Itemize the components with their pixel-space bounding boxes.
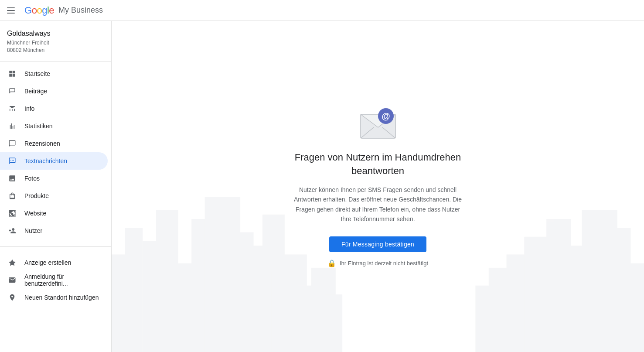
bottom-nav-list: Anzeige erstellen Anmeldung für benutzer… (0, 250, 111, 352)
sidebar-item-produkte-label: Produkte (24, 192, 49, 199)
menu-button[interactable] (7, 5, 17, 16)
svg-rect-24 (489, 268, 513, 352)
sidebar-item-info[interactable]: Info (0, 100, 108, 117)
sidebar-item-rezensionen[interactable]: Rezensionen (0, 135, 108, 152)
business-name: Goldasalways (7, 30, 104, 38)
svg-rect-8 (112, 254, 138, 352)
sidebar-item-startseite[interactable]: Startseite (0, 65, 108, 82)
sidebar-item-nutzer[interactable]: Nutzer (0, 222, 108, 239)
svg-rect-27 (546, 219, 571, 352)
svg-rect-25 (507, 254, 533, 352)
main-title: Fragen von Nutzern im Handumdrehen beant… (291, 151, 465, 178)
sidebar-divider (0, 246, 111, 247)
nav-list: Startseite Beiträge Info S (0, 62, 111, 243)
svg-rect-20 (298, 285, 318, 352)
business-info: Goldasalways Münchner Freiheit 80802 Mün… (0, 21, 111, 62)
sidebar-item-nutzer-label: Nutzer (24, 227, 42, 234)
comment-icon (7, 138, 17, 149)
sidebar-item-standort[interactable]: Neuen Standort hinzufügen (0, 289, 108, 306)
posts-icon (7, 86, 17, 96)
sidebar-item-fotos[interactable]: Fotos (0, 170, 108, 187)
sidebar-item-anmeldung[interactable]: Anmeldung für benutzerdefini... (0, 271, 108, 289)
app-layout: Goldasalways Münchner Freiheit 80802 Mün… (0, 21, 644, 352)
web-icon (7, 208, 17, 219)
envelope-icon: @ (358, 106, 398, 140)
svg-rect-12 (174, 263, 204, 352)
sidebar-item-anzeige-label: Anzeige erstellen (24, 259, 71, 266)
sidebar: Goldasalways Münchner Freiheit 80802 Mün… (0, 21, 112, 352)
svg-rect-11 (156, 210, 178, 352)
mail-icon (7, 275, 17, 285)
svg-text:@: @ (382, 111, 390, 121)
sidebar-item-info-label: Info (24, 105, 34, 112)
sidebar-item-website-label: Website (24, 210, 46, 217)
header: Google My Business (0, 0, 644, 21)
logo-letter-g: G (24, 5, 32, 16)
svg-rect-23 (475, 285, 495, 352)
pin-icon (7, 292, 17, 303)
svg-rect-13 (191, 219, 218, 352)
store-icon (7, 103, 17, 114)
business-address: Münchner Freiheit 80802 München (7, 39, 104, 54)
sidebar-item-fotos-label: Fotos (24, 175, 40, 182)
google-logo: Google (24, 5, 54, 16)
messaging-card: @ Fragen von Nutzern im Handumdrehen bea… (273, 88, 483, 284)
logo-letter-o1: o (32, 5, 37, 16)
status-text: Ihr Eintrag ist derzeit nicht bestätigt (340, 260, 428, 267)
sidebar-item-website[interactable]: Website (0, 205, 108, 222)
address-line1: Münchner Freiheit (7, 40, 49, 46)
sidebar-item-beitraege[interactable]: Beiträge (0, 82, 108, 100)
svg-rect-9 (125, 228, 143, 352)
person-add-icon (7, 226, 17, 236)
svg-rect-31 (622, 263, 644, 352)
sidebar-item-rezensionen-label: Rezensionen (24, 140, 60, 147)
grid-icon (7, 68, 17, 79)
svg-rect-15 (229, 232, 254, 352)
svg-rect-28 (564, 246, 593, 352)
email-icon-container: @ (358, 106, 398, 140)
bag-icon (7, 191, 17, 201)
bar-chart-icon (7, 121, 17, 131)
svg-rect-30 (609, 228, 631, 352)
svg-rect-22 (324, 294, 342, 352)
photo-icon (7, 173, 17, 184)
confirm-messaging-button[interactable]: Für Messaging bestätigen (329, 236, 426, 252)
sidebar-item-beitraege-label: Beiträge (24, 88, 47, 95)
sidebar-item-anmeldung-label: Anmeldung für benutzerdefini... (24, 273, 101, 287)
product-name: My Business (58, 6, 103, 15)
svg-rect-29 (582, 210, 617, 352)
sidebar-item-standort-label: Neuen Standort hinzufügen (24, 294, 99, 301)
main-content: @ Fragen von Nutzern im Handumdrehen bea… (112, 21, 644, 352)
lock-icon: 🔒 (327, 259, 336, 267)
svg-rect-26 (524, 236, 555, 352)
sidebar-item-textnachrichten-label: Textnachrichten (24, 157, 67, 164)
main-description: Nutzer können Ihnen per SMS Fragen sende… (291, 185, 465, 224)
sidebar-item-statistiken[interactable]: Statistiken (0, 117, 108, 135)
sidebar-item-anzeige[interactable]: Anzeige erstellen (0, 254, 108, 271)
svg-rect-16 (245, 246, 276, 352)
status-row: 🔒 Ihr Eintrag ist derzeit nicht bestätig… (327, 259, 428, 267)
svg-rect-10 (143, 241, 178, 352)
logo-letter-e: e (49, 5, 54, 16)
sidebar-item-produkte[interactable]: Produkte (0, 187, 108, 205)
sidebar-item-startseite-label: Startseite (24, 70, 50, 77)
sidebar-item-textnachrichten[interactable]: Textnachrichten (0, 152, 108, 170)
address-line2: 80802 München (7, 47, 44, 53)
logo-letter-o2: o (37, 5, 42, 16)
logo-letter-g2: g (42, 5, 47, 16)
ads-icon (7, 257, 17, 268)
message-icon (7, 156, 17, 166)
sidebar-item-statistiken-label: Statistiken (24, 123, 53, 130)
svg-rect-14 (205, 197, 240, 352)
